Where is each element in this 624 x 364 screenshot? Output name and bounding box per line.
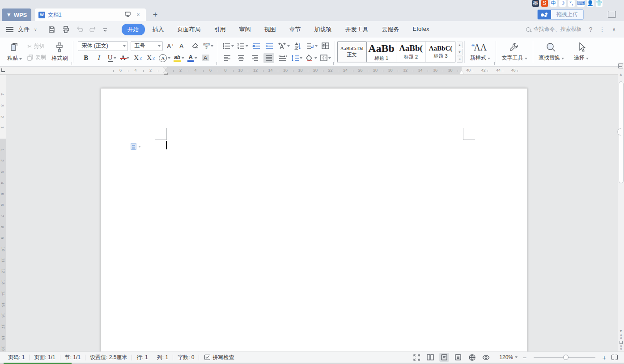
status-item[interactable]: 页码: 1 bbox=[4, 354, 29, 361]
ime-person-icon[interactable]: 👤 bbox=[587, 0, 594, 7]
menu-tab-开始[interactable]: 开始 bbox=[122, 24, 145, 35]
browse-object-icon[interactable] bbox=[620, 341, 623, 344]
text-effects-button[interactable]: A bbox=[159, 53, 170, 63]
clipboard-group-expander[interactable] bbox=[69, 62, 72, 65]
text-layout-button[interactable] bbox=[321, 41, 331, 51]
ime-cn-icon[interactable]: 中 bbox=[550, 0, 557, 7]
page[interactable] bbox=[101, 88, 527, 351]
menu-tab-页面布局[interactable]: 页面布局 bbox=[172, 24, 207, 35]
gallery-more-icon[interactable]: ≡ bbox=[457, 56, 463, 63]
web-view-icon[interactable] bbox=[467, 353, 477, 362]
more-options-icon[interactable]: ⋮ bbox=[599, 26, 605, 33]
justify-button[interactable] bbox=[263, 53, 274, 63]
page-view-icon[interactable] bbox=[439, 353, 449, 362]
next-page-icon[interactable]: ∨∨ bbox=[620, 345, 622, 351]
superscript-button[interactable]: X2 bbox=[133, 53, 143, 63]
numbering-button[interactable] bbox=[237, 41, 248, 51]
style-cell-标题 2[interactable]: AaBb(标题 2 bbox=[396, 42, 426, 62]
fit-page-icon[interactable] bbox=[611, 355, 618, 360]
status-item[interactable]: 字数: 0 bbox=[173, 354, 199, 361]
file-menu[interactable]: 文件 bbox=[18, 25, 30, 34]
ime-skin-icon[interactable]: 👕 bbox=[596, 0, 603, 7]
font-name-select[interactable]: 宋体 (正文) bbox=[78, 41, 128, 51]
previous-page-icon[interactable]: ∧∧ bbox=[620, 334, 622, 339]
paste-button[interactable]: 粘贴 bbox=[4, 41, 25, 63]
style-cell-正文[interactable]: AaBbCcDd正文 bbox=[337, 42, 367, 62]
shading-button[interactable] bbox=[306, 53, 317, 63]
gallery-scroll-up-icon[interactable]: ▲ bbox=[457, 42, 463, 48]
align-right-button[interactable] bbox=[250, 53, 260, 63]
first-line-indent-marker[interactable] bbox=[163, 67, 168, 70]
fullscreen-view-icon[interactable] bbox=[412, 353, 421, 362]
zoom-out-button[interactable]: − bbox=[522, 354, 528, 361]
pinyin-guide-button[interactable]: wén文 bbox=[203, 41, 213, 51]
gallery-scroll-down-icon[interactable]: ▼ bbox=[457, 49, 463, 55]
show-marks-button[interactable] bbox=[306, 41, 318, 51]
font-size-select[interactable]: 五号 bbox=[131, 41, 163, 51]
format-painter-button[interactable]: 格式刷 bbox=[49, 41, 70, 63]
strikethrough-button[interactable]: A bbox=[120, 53, 130, 63]
redo-button[interactable] bbox=[89, 26, 97, 33]
ime-ink-icon[interactable]: 墨 bbox=[532, 0, 539, 7]
increase-font-button[interactable]: A⁺ bbox=[166, 41, 175, 51]
vertical-scrollbar[interactable]: ▲ ▼ ∧∧ ∨∨ bbox=[618, 63, 624, 351]
two-page-view-icon[interactable] bbox=[425, 353, 435, 362]
ime-punct-icon[interactable]: °, bbox=[568, 0, 575, 7]
left-indent-marker[interactable] bbox=[164, 73, 168, 75]
increase-indent-button[interactable] bbox=[264, 41, 274, 51]
scrollbar-thumb[interactable] bbox=[619, 81, 624, 183]
select-button[interactable]: 选择 bbox=[571, 41, 591, 63]
underline-button[interactable]: U bbox=[107, 53, 117, 63]
command-search[interactable]: 查找命令、搜索模板 bbox=[526, 25, 582, 33]
paragraph-group-expander[interactable] bbox=[331, 62, 334, 65]
status-item[interactable]: 设置值: 2.5厘米 bbox=[85, 354, 132, 361]
system-tray-icons[interactable]: 墨S中☽°,⌨👤👕 bbox=[532, 0, 603, 7]
borders-button[interactable] bbox=[320, 53, 331, 63]
scroll-down-icon[interactable]: ▼ bbox=[619, 330, 623, 333]
line-spacing-button[interactable] bbox=[291, 53, 302, 63]
document-assistant-button[interactable] bbox=[131, 143, 141, 150]
new-style-button[interactable]: ✳AA 新样式 bbox=[467, 41, 493, 63]
zoom-level-button[interactable]: 120% bbox=[499, 354, 518, 360]
presentation-mode-icon[interactable] bbox=[123, 12, 132, 18]
customize-toolbar-caret-icon[interactable] bbox=[103, 27, 107, 32]
style-cell-标题 1[interactable]: AaBb标题 1 bbox=[367, 42, 396, 62]
scrollbar-grip[interactable] bbox=[617, 128, 621, 135]
save-button[interactable] bbox=[48, 26, 55, 33]
menu-tab-引用[interactable]: 引用 bbox=[208, 24, 232, 35]
new-style-group-expander[interactable] bbox=[492, 62, 495, 65]
drag-upload-button[interactable]: 拖拽上传 bbox=[537, 9, 584, 20]
scroll-up-icon[interactable]: ▲ bbox=[618, 72, 624, 76]
decrease-font-button[interactable]: A⁻ bbox=[178, 41, 188, 51]
document-canvas[interactable]: 432112345678910111213141516171819 bbox=[0, 75, 618, 351]
zoom-slider[interactable] bbox=[534, 354, 595, 360]
cut-button[interactable]: ✂ 剪切 bbox=[27, 42, 46, 50]
menu-tab-章节[interactable]: 章节 bbox=[284, 24, 307, 35]
align-left-button[interactable] bbox=[222, 53, 233, 63]
file-menu-caret-icon[interactable]: ∨ bbox=[34, 27, 37, 32]
find-replace-button[interactable]: 查找替换 bbox=[536, 41, 567, 63]
sidebar-toggle-icon[interactable] bbox=[608, 11, 616, 18]
status-item[interactable]: 行: 1 bbox=[132, 354, 152, 361]
distribute-button[interactable] bbox=[277, 53, 288, 63]
zoom-in-button[interactable]: + bbox=[601, 354, 607, 361]
highlight-color-button[interactable]: ab bbox=[174, 53, 184, 63]
ruler-toggle-icon[interactable] bbox=[618, 63, 623, 68]
right-indent-marker[interactable] bbox=[459, 71, 464, 74]
status-item[interactable]: 列: 1 bbox=[153, 354, 173, 361]
status-item[interactable]: 页面: 1/1 bbox=[30, 354, 59, 361]
eye-protection-icon[interactable] bbox=[481, 353, 491, 362]
sogou-s-icon[interactable]: S bbox=[541, 0, 548, 7]
help-icon[interactable]: ? bbox=[589, 26, 592, 33]
align-center-button[interactable] bbox=[236, 53, 246, 63]
italic-button[interactable]: I bbox=[94, 53, 104, 63]
character-shading-button[interactable]: A bbox=[200, 53, 210, 63]
document-tab[interactable]: W 文档1 × bbox=[35, 8, 146, 21]
horizontal-ruler[interactable]: 6422468101214161820222426283032343638404… bbox=[0, 67, 618, 75]
hamburger-menu-icon[interactable] bbox=[6, 27, 13, 32]
menu-tab-插入[interactable]: 插入 bbox=[147, 24, 170, 35]
spell-check-button[interactable]: 拼写检查 bbox=[199, 354, 239, 361]
undo-button[interactable] bbox=[76, 26, 83, 33]
menu-tab-审阅[interactable]: 审阅 bbox=[233, 24, 257, 35]
ime-keyboard-icon[interactable]: ⌨ bbox=[577, 0, 585, 7]
